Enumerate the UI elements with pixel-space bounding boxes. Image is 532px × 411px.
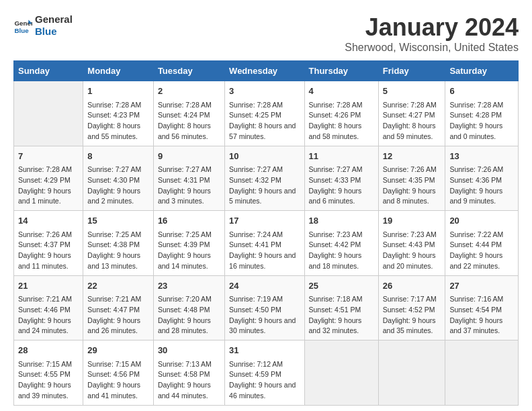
sunset-text: Sunset: 4:27 PM bbox=[383, 110, 441, 121]
month-title: January 2024 bbox=[345, 13, 519, 42]
day-number: 9 bbox=[158, 150, 220, 163]
sunrise-text: Sunrise: 7:25 AM bbox=[158, 230, 220, 240]
sunrise-text: Sunrise: 7:26 AM bbox=[383, 165, 441, 175]
day-number: 11 bbox=[309, 150, 374, 163]
calendar-cell: 12Sunrise: 7:26 AMSunset: 4:35 PMDayligh… bbox=[378, 146, 445, 211]
day-number: 28 bbox=[18, 344, 79, 357]
cell-content: 10Sunrise: 7:27 AMSunset: 4:32 PMDayligh… bbox=[229, 150, 300, 208]
sunrise-text: Sunrise: 7:23 AM bbox=[383, 230, 441, 240]
calendar-week-3: 14Sunrise: 7:26 AMSunset: 4:37 PMDayligh… bbox=[14, 211, 519, 276]
day-number: 14 bbox=[18, 214, 79, 228]
calendar-cell: 19Sunrise: 7:23 AMSunset: 4:43 PMDayligh… bbox=[378, 211, 445, 276]
sunset-text: Sunset: 4:41 PM bbox=[229, 240, 300, 250]
sunset-text: Sunset: 4:50 PM bbox=[229, 305, 300, 316]
calendar-cell: 16Sunrise: 7:25 AMSunset: 4:39 PMDayligh… bbox=[153, 211, 224, 276]
daylight-text: Daylight: 9 hours and 16 minutes. bbox=[229, 250, 300, 272]
sunset-text: Sunset: 4:54 PM bbox=[449, 305, 514, 316]
daylight-text: Daylight: 9 hours and 39 minutes. bbox=[18, 380, 79, 402]
calendar-week-1: 1Sunrise: 7:28 AMSunset: 4:23 PMDaylight… bbox=[14, 81, 519, 146]
calendar-cell: 24Sunrise: 7:19 AMSunset: 4:50 PMDayligh… bbox=[225, 275, 304, 340]
sunrise-text: Sunrise: 7:17 AM bbox=[383, 294, 441, 305]
sunset-text: Sunset: 4:44 PM bbox=[449, 240, 514, 250]
sunset-text: Sunset: 4:23 PM bbox=[87, 110, 149, 121]
sunset-text: Sunset: 4:35 PM bbox=[383, 175, 441, 186]
sunset-text: Sunset: 4:59 PM bbox=[229, 369, 300, 380]
day-number: 4 bbox=[309, 85, 374, 98]
cell-content: 22Sunrise: 7:21 AMSunset: 4:47 PMDayligh… bbox=[87, 279, 149, 337]
calendar-cell: 25Sunrise: 7:18 AMSunset: 4:51 PMDayligh… bbox=[304, 275, 378, 340]
day-number: 18 bbox=[309, 214, 374, 228]
calendar-cell: 6Sunrise: 7:28 AMSunset: 4:28 PMDaylight… bbox=[445, 81, 519, 146]
sunset-text: Sunset: 4:56 PM bbox=[87, 369, 149, 380]
sunrise-text: Sunrise: 7:25 AM bbox=[87, 230, 149, 240]
calendar-cell bbox=[14, 81, 83, 146]
logo-icon: General Blue bbox=[13, 16, 32, 35]
cell-content: 13Sunrise: 7:26 AMSunset: 4:36 PMDayligh… bbox=[449, 150, 514, 208]
cell-content: 14Sunrise: 7:26 AMSunset: 4:37 PMDayligh… bbox=[18, 214, 79, 272]
day-number: 7 bbox=[18, 150, 79, 163]
daylight-text: Daylight: 9 hours and 37 minutes. bbox=[449, 316, 514, 337]
sunrise-text: Sunrise: 7:27 AM bbox=[309, 165, 374, 175]
calendar-body: 1Sunrise: 7:28 AMSunset: 4:23 PMDaylight… bbox=[14, 81, 519, 406]
day-number: 30 bbox=[158, 344, 220, 357]
calendar-cell: 9Sunrise: 7:27 AMSunset: 4:31 PMDaylight… bbox=[153, 146, 224, 211]
header-day-wednesday: Wednesday bbox=[225, 61, 304, 81]
cell-content: 8Sunrise: 7:27 AMSunset: 4:30 PMDaylight… bbox=[87, 150, 149, 208]
cell-content: 27Sunrise: 7:16 AMSunset: 4:54 PMDayligh… bbox=[449, 279, 514, 337]
cell-content: 11Sunrise: 7:27 AMSunset: 4:33 PMDayligh… bbox=[309, 150, 374, 208]
sunrise-text: Sunrise: 7:15 AM bbox=[18, 359, 79, 370]
logo-line1: General bbox=[35, 13, 73, 26]
cell-content: 25Sunrise: 7:18 AMSunset: 4:51 PMDayligh… bbox=[309, 279, 374, 337]
daylight-text: Daylight: 9 hours and 14 minutes. bbox=[158, 250, 220, 272]
day-number: 29 bbox=[87, 344, 149, 357]
calendar-cell: 1Sunrise: 7:28 AMSunset: 4:23 PMDaylight… bbox=[83, 81, 154, 146]
sunset-text: Sunset: 4:32 PM bbox=[229, 175, 300, 186]
sunset-text: Sunset: 4:33 PM bbox=[309, 175, 374, 186]
daylight-text: Daylight: 9 hours and 5 minutes. bbox=[229, 186, 300, 208]
daylight-text: Daylight: 9 hours and 3 minutes. bbox=[158, 186, 220, 208]
sunset-text: Sunset: 4:55 PM bbox=[18, 369, 79, 380]
calendar-cell: 23Sunrise: 7:20 AMSunset: 4:48 PMDayligh… bbox=[153, 275, 224, 340]
calendar-cell: 5Sunrise: 7:28 AMSunset: 4:27 PMDaylight… bbox=[378, 81, 445, 146]
sunrise-text: Sunrise: 7:16 AM bbox=[449, 294, 514, 305]
location-title: Sherwood, Wisconsin, United States bbox=[345, 42, 519, 54]
daylight-text: Daylight: 9 hours and 22 minutes. bbox=[449, 250, 514, 272]
header-day-tuesday: Tuesday bbox=[153, 61, 224, 81]
sunrise-text: Sunrise: 7:27 AM bbox=[87, 165, 149, 175]
cell-content: 17Sunrise: 7:24 AMSunset: 4:41 PMDayligh… bbox=[229, 214, 300, 272]
daylight-text: Daylight: 9 hours and 35 minutes. bbox=[383, 316, 441, 337]
cell-content: 29Sunrise: 7:15 AMSunset: 4:56 PMDayligh… bbox=[87, 344, 149, 402]
sunset-text: Sunset: 4:43 PM bbox=[383, 240, 441, 250]
cell-content: 5Sunrise: 7:28 AMSunset: 4:27 PMDaylight… bbox=[383, 85, 441, 142]
sunrise-text: Sunrise: 7:26 AM bbox=[18, 230, 79, 240]
sunset-text: Sunset: 4:42 PM bbox=[309, 240, 374, 250]
sunset-text: Sunset: 4:36 PM bbox=[449, 175, 514, 186]
sunset-text: Sunset: 4:46 PM bbox=[18, 305, 79, 316]
calendar-cell: 31Sunrise: 7:12 AMSunset: 4:59 PMDayligh… bbox=[225, 340, 304, 406]
cell-content: 1Sunrise: 7:28 AMSunset: 4:23 PMDaylight… bbox=[87, 85, 149, 142]
sunset-text: Sunset: 4:47 PM bbox=[87, 305, 149, 316]
daylight-text: Daylight: 8 hours and 57 minutes. bbox=[229, 121, 300, 142]
sunrise-text: Sunrise: 7:28 AM bbox=[87, 100, 149, 111]
daylight-text: Daylight: 9 hours and 32 minutes. bbox=[309, 316, 374, 337]
sunrise-text: Sunrise: 7:21 AM bbox=[87, 294, 149, 305]
calendar-header-row: SundayMondayTuesdayWednesdayThursdayFrid… bbox=[14, 61, 519, 81]
daylight-text: Daylight: 9 hours and 28 minutes. bbox=[158, 316, 220, 337]
day-number: 17 bbox=[229, 214, 300, 228]
day-number: 23 bbox=[158, 279, 220, 293]
sunset-text: Sunset: 4:58 PM bbox=[158, 369, 220, 380]
sunrise-text: Sunrise: 7:27 AM bbox=[229, 165, 300, 175]
sunrise-text: Sunrise: 7:27 AM bbox=[158, 165, 220, 175]
day-number: 2 bbox=[158, 85, 220, 98]
calendar-cell: 21Sunrise: 7:21 AMSunset: 4:46 PMDayligh… bbox=[14, 275, 83, 340]
daylight-text: Daylight: 9 hours and 41 minutes. bbox=[87, 380, 149, 402]
day-number: 31 bbox=[229, 344, 300, 357]
day-number: 12 bbox=[383, 150, 441, 163]
daylight-text: Daylight: 9 hours and 2 minutes. bbox=[87, 186, 149, 208]
calendar-cell: 10Sunrise: 7:27 AMSunset: 4:32 PMDayligh… bbox=[225, 146, 304, 211]
sunrise-text: Sunrise: 7:21 AM bbox=[18, 294, 79, 305]
calendar-week-5: 28Sunrise: 7:15 AMSunset: 4:55 PMDayligh… bbox=[14, 340, 519, 406]
daylight-text: Daylight: 9 hours and 30 minutes. bbox=[229, 316, 300, 337]
sunrise-text: Sunrise: 7:24 AM bbox=[229, 230, 300, 240]
day-number: 26 bbox=[383, 279, 441, 293]
